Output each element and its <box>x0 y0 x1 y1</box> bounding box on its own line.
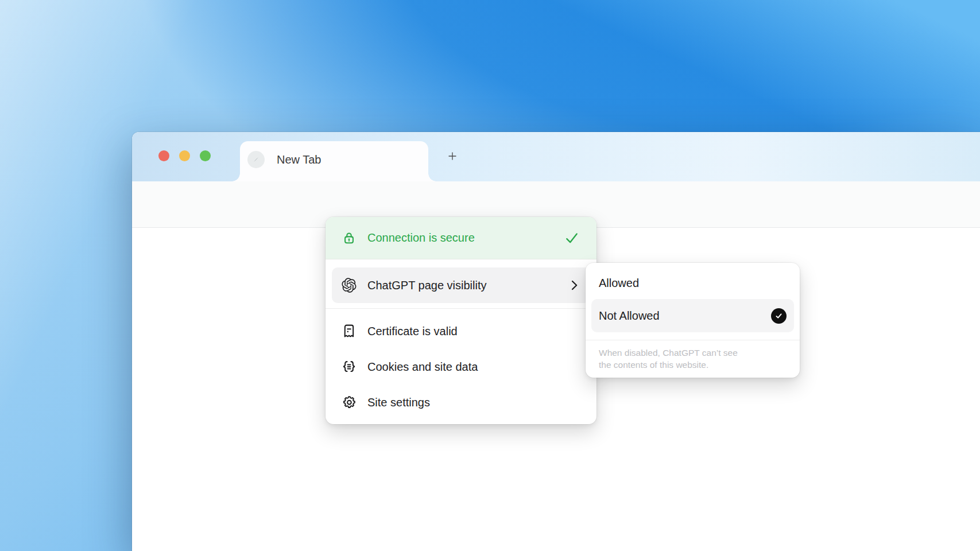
zoom-window-button[interactable] <box>200 150 211 161</box>
lock-icon <box>342 231 357 246</box>
page-visibility-submenu: Allowed Not Allowed When disabled, ChatG… <box>586 263 800 378</box>
desktop-wallpaper: New Tab <box>0 0 980 551</box>
close-window-button[interactable] <box>158 150 169 161</box>
new-tab-button[interactable] <box>444 148 461 165</box>
tab-bar: New Tab <box>132 132 980 181</box>
connection-status-label: Connection is secure <box>367 231 564 245</box>
menu-item-certificate[interactable]: Certificate is valid <box>326 313 596 349</box>
checkmark-icon <box>564 231 579 246</box>
menu-item-label: Cookies and site data <box>367 360 596 374</box>
option-not-allowed[interactable]: Not Allowed <box>591 299 794 332</box>
menu-item-chatgpt-page-visibility[interactable]: ChatGPT page visibility <box>332 267 590 303</box>
submenu-divider <box>586 340 800 340</box>
connection-secure-row: Connection is secure <box>326 217 596 259</box>
openai-logo-icon <box>342 278 357 293</box>
menu-item-site-settings[interactable]: Site settings <box>326 385 596 420</box>
plus-icon <box>447 149 458 164</box>
cookies-icon <box>342 359 357 374</box>
compass-icon <box>247 151 265 168</box>
selected-check-icon <box>771 308 787 324</box>
certificate-icon <box>342 324 357 339</box>
submenu-chevron-right-icon <box>567 278 581 292</box>
gear-icon <box>342 395 357 410</box>
option-label: Not Allowed <box>599 309 771 323</box>
tab-new-tab[interactable]: New Tab <box>240 141 428 181</box>
option-allowed[interactable]: Allowed <box>586 270 800 296</box>
menu-item-cookies[interactable]: Cookies and site data <box>326 349 596 385</box>
minimize-window-button[interactable] <box>179 150 190 161</box>
menu-item-label: Site settings <box>367 396 596 409</box>
option-label: Allowed <box>599 277 800 290</box>
submenu-description: When disabled, ChatGPT can’t see the con… <box>599 347 749 371</box>
menu-divider <box>326 308 596 309</box>
tab-title: New Tab <box>277 153 321 166</box>
site-security-menu: Connection is secure ChatGPT page visibi… <box>326 217 596 424</box>
menu-item-label: Certificate is valid <box>367 325 596 338</box>
menu-item-label: ChatGPT page visibility <box>367 279 567 292</box>
